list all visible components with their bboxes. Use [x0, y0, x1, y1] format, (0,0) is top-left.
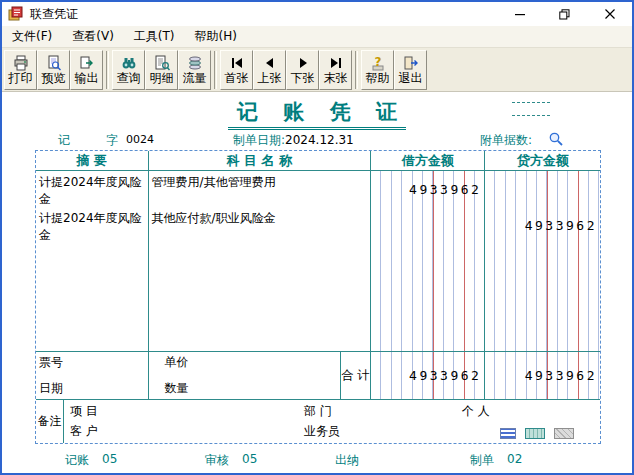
ticket-date-cell: 票号 日期	[36, 352, 149, 399]
next-voucher-button[interactable]: 下张	[286, 50, 319, 90]
close-button[interactable]	[587, 2, 632, 26]
auditor-value: 05	[242, 452, 257, 466]
menu-file[interactable]: 文件(F)	[2, 25, 62, 48]
exit-icon	[403, 54, 419, 71]
magnifier-icon	[548, 131, 564, 147]
table-row: 计提2024年度风险金 其他应付款/职业风险金 4933962	[36, 207, 600, 243]
header-debit: 借方金额	[371, 151, 486, 170]
toolbar-separator	[106, 51, 109, 89]
remark-row: 备注 项 目 客 户 部 门 业务员 个 人	[36, 399, 600, 443]
attachment-search-button[interactable]	[548, 131, 564, 147]
menu-tools[interactable]: 工具(T)	[124, 25, 185, 48]
attachment-count-label: 附单据数:	[480, 132, 532, 149]
restore-icon	[559, 9, 570, 20]
window-title: 联查凭证	[30, 6, 497, 23]
bookkeeper-label: 记账	[65, 452, 89, 469]
cashier-label: 出纳	[335, 452, 359, 469]
output-button[interactable]: 输出	[70, 50, 103, 90]
date-label: 制单日期:	[233, 133, 285, 147]
svg-text:?: ?	[374, 55, 381, 69]
price-qty-labels: 单价 数量	[149, 352, 340, 399]
voucher-word-label2: 字	[106, 132, 118, 149]
debit-cell	[371, 279, 486, 315]
header-account: 科 目 名 称	[149, 151, 371, 170]
summary-cell: 计提2024年度风险金	[36, 207, 149, 243]
voucher-table: 摘 要 科 目 名 称 借方金额 贷方金额 计提2024年度风险金 管理费用/其…	[35, 150, 601, 444]
table-row	[36, 243, 600, 279]
table-row	[36, 315, 600, 351]
remark-label: 备注	[36, 400, 64, 443]
print-button[interactable]: 打印	[4, 50, 37, 90]
person-label: 个 人	[462, 403, 490, 420]
voucher-date: 2024.12.31	[285, 133, 354, 147]
header-summary: 摘 要	[36, 151, 149, 170]
price-qty-cell: 单价 数量 合 计	[149, 352, 371, 399]
menubar: 文件(F) 查看(V) 工具(T) 帮助(H)	[2, 26, 632, 48]
preparer-value: 02	[507, 452, 522, 466]
previous-voucher-button[interactable]: 上张	[253, 50, 286, 90]
account-cell	[149, 243, 371, 279]
preview-button[interactable]: 预览	[37, 50, 70, 90]
debit-cell	[371, 315, 486, 351]
query-button[interactable]: 查询	[112, 50, 145, 90]
account-cell	[149, 315, 371, 351]
printer-icon	[13, 54, 29, 71]
output-icon	[79, 54, 95, 71]
salesman-label: 业务员	[304, 423, 340, 440]
flow-icon	[187, 54, 203, 71]
total-credit-cell: 4933962	[485, 352, 600, 399]
toolbar: 打印 预览 输出	[2, 48, 632, 92]
voucher-area: 记 账 凭 证 记 字 0024 制单日期:2024.12.31 附单据数: 摘…	[2, 92, 632, 473]
account-cell	[149, 279, 371, 315]
account-cell: 其他应付款/职业风险金	[149, 207, 371, 243]
next-icon	[295, 54, 311, 71]
stamp-icon	[554, 428, 574, 439]
preview-icon	[46, 54, 62, 71]
table-row: 计提2024年度风险金 管理费用/其他管理费用 4933962	[36, 171, 600, 207]
price-label: 单价	[165, 354, 189, 371]
detail-icon	[154, 54, 170, 71]
dashed-fill-line	[512, 102, 550, 103]
preparer-label: 制单	[470, 452, 494, 469]
summary-cell: 计提2024年度风险金	[36, 171, 149, 207]
table-row	[36, 279, 600, 315]
minimize-button[interactable]	[497, 2, 542, 26]
help-icon: ?	[370, 54, 386, 71]
total-debit-cell: 4933962	[371, 352, 486, 399]
last-voucher-button[interactable]: 末张	[319, 50, 352, 90]
dashed-fill-line	[512, 115, 550, 116]
summary-cell	[36, 315, 149, 351]
flow-button[interactable]: 流量	[178, 50, 211, 90]
debit-cell	[371, 207, 486, 243]
qty-label: 数量	[165, 380, 189, 397]
stamp-icon	[525, 428, 545, 439]
voucher-number: 0024	[126, 133, 154, 146]
exit-button[interactable]: 退出	[394, 50, 427, 90]
first-voucher-button[interactable]: 首张	[220, 50, 253, 90]
remark-content: 项 目 客 户 部 门 业务员 个 人	[64, 400, 600, 443]
debit-cell	[371, 243, 486, 279]
window: 联查凭证 文件(F) 查看(V) 工具(T) 帮助(H)	[0, 0, 634, 475]
project-label: 项 目	[70, 403, 98, 420]
titlebar: 联查凭证	[2, 2, 632, 26]
detail-button[interactable]: 明细	[145, 50, 178, 90]
department-label: 部 门	[304, 403, 332, 420]
last-icon	[328, 54, 344, 71]
menu-view[interactable]: 查看(V)	[62, 25, 124, 48]
customer-label: 客 户	[70, 423, 98, 440]
window-controls	[497, 2, 632, 26]
close-icon	[605, 9, 615, 19]
previous-icon	[262, 54, 278, 71]
credit-cell	[485, 315, 600, 351]
help-button[interactable]: ? 帮助	[361, 50, 394, 90]
toolbar-separator	[355, 51, 358, 89]
minimize-icon	[515, 9, 525, 19]
stamps	[500, 428, 574, 439]
maximize-button[interactable]	[542, 2, 587, 26]
menu-help[interactable]: 帮助(H)	[185, 25, 247, 48]
ticket-label: 票号	[39, 354, 63, 371]
binoculars-icon	[121, 54, 137, 71]
total-row: 票号 日期 单价 数量 合 计 4933962 4933962	[36, 351, 600, 399]
bookkeeper-value: 05	[102, 452, 117, 466]
table-body: 计提2024年度风险金 管理费用/其他管理费用 4933962 计提2024年度…	[36, 171, 600, 351]
